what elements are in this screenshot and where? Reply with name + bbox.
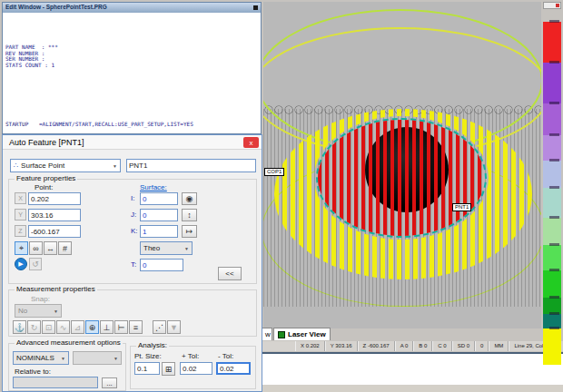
measurement-properties-legend: Measurement properties [15,285,97,293]
surface-label[interactable]: Surface: [140,183,167,191]
scale-segment [543,270,561,298]
level-button[interactable]: ⊥ [100,320,114,334]
point-label: Point: [35,183,53,191]
execute-button[interactable]: ▶ [15,258,27,270]
status-cell: C 0 [432,341,451,351]
nominals-dropdown[interactable]: NOMINALS ▼ [13,351,69,365]
edit-window-titlebar[interactable]: Edit Window - SpherePointTest.PRG [3,3,261,13]
t-label: T: [131,260,136,269]
axis-toggle-button[interactable]: X [15,192,26,204]
cop1-feature-label[interactable]: COP1 [264,168,284,176]
status-cell: B 0 [413,341,432,351]
secondary-dropdown: ▼ [73,351,122,365]
status-cell: SD 0 [452,341,475,351]
advanced-options-group: Advanced measurement options NOMINALS ▼ … [8,343,126,391]
chevron-down-icon: ▼ [51,309,61,314]
width-button[interactable]: ⊢ [114,320,128,334]
vector-input[interactable] [140,209,178,221]
flip-vector-icon: ↕ [187,211,192,220]
scale-segment [543,63,561,103]
vector-input[interactable] [140,225,178,238]
dialog-title: Auto Feature [PNT1] [9,138,84,147]
axis-toggle-button[interactable]: Z [15,225,26,237]
theo-dropdown[interactable]: Theo ▼ [140,241,193,255]
browse-button[interactable]: ... [102,377,117,388]
flip-vector-button[interactable]: ↕ [182,209,197,221]
chevron-down-icon: ▼ [111,356,121,361]
code-line: STARTUP =ALIGNMENT/START,RECALL:USE_PART… [5,122,261,128]
scale-segment [543,22,561,63]
vector-point-icon: ◉ [186,194,193,203]
binoculars-icon: ∞ [33,244,38,253]
header-line: STATS COUNT : 1 [5,63,261,69]
scale-segment [543,245,561,270]
scale-segment [543,218,561,245]
rotate-button[interactable]: ↻ [27,320,41,334]
scale-segment [543,135,561,161]
close-icon: x [250,139,253,147]
collapse-button[interactable]: << [218,267,242,280]
pnt1-feature-label[interactable]: PNT1 [452,203,471,211]
play-icon: ▶ [18,260,23,268]
copy-box-button[interactable]: ⊡ [42,320,55,334]
pick-point-button[interactable]: ⌖ [15,241,28,255]
color-scale-close-icon[interactable] [556,4,559,7]
axis-toggle-button[interactable]: Y [15,209,26,220]
feature-properties-group: Feature properties Point: Surface: X Y Z [8,179,257,284]
vector-point-button[interactable]: ◉ [182,192,197,205]
relative-to-input [13,377,98,388]
anchor-button[interactable]: ⚓ [13,320,26,334]
vector-input[interactable] [140,192,178,205]
grid-button[interactable]: # [58,241,72,255]
status-cell: Z -600.167 [358,341,395,351]
tab-laser-view[interactable]: Laser View [273,328,331,340]
histogram-icon: ≡ [133,323,138,332]
close-button[interactable]: x [243,137,259,148]
scan-path-button[interactable]: ⋰ [153,320,166,334]
target-button[interactable]: ⊕ [85,320,99,334]
scale-segment [543,188,561,218]
edit-window: Edit Window - SpherePointTest.PRG PART N… [2,2,262,134]
pick-size-button[interactable]: ⊞ [162,362,175,376]
status-cell: Y 303.16 [325,341,358,351]
red-scan-band [318,120,485,236]
curve-button[interactable]: ∿ [56,320,70,334]
color-scale-window [543,2,561,9]
point-toolbar: ⌖ ∞ ↔ # [15,241,72,255]
measurement-properties-group: Measurement properties Snap: No ▼ ⚓ ↻ ⊡ [8,289,257,337]
width-icon: ⊢ [118,323,125,332]
dialog-titlebar[interactable]: Auto Feature [PNT1] x [3,135,262,150]
minus-tol-input[interactable] [216,362,251,375]
feature-type-dropdown[interactable]: ∴ Surface Point ▼ [10,159,121,172]
read-point-button[interactable]: ∞ [29,241,43,255]
color-scale-titlebar [543,2,561,9]
edit-window-menu-icon[interactable] [253,5,258,10]
feature-name-input[interactable] [126,159,256,172]
pick-size-icon: ⊞ [165,365,173,374]
align-vector-button[interactable]: ↦ [182,225,197,238]
histogram-button[interactable]: ≡ [129,320,143,334]
graphics-view[interactable]: COP1 PNT1 [263,2,541,328]
filter-button[interactable]: ▼ [167,320,181,334]
measurement-toolbar-2: ⋰ ▼ [153,320,181,334]
chevron-down-icon: ▼ [58,356,68,361]
edit-window-title: Edit Window - SpherePointTest.PRG [5,4,107,10]
view-tabs: w Laser View [261,328,563,340]
pt-size-input[interactable] [134,362,160,375]
code-editor[interactable]: PART NAME : ***REV NUMBER :SER NUMBER :S… [3,13,261,133]
reset-icon: ↺ [32,260,39,269]
scale-segment [543,103,561,135]
analysis-group: Analysis: Pt. Size: + Tol: - Tol: ⊞ [130,346,256,389]
coordinate-input[interactable] [28,225,81,238]
t-input[interactable] [140,259,183,271]
analysis-legend: Analysis: [136,341,169,349]
reset-button[interactable]: ↺ [29,258,42,270]
plus-tol-input[interactable] [180,362,212,375]
chart-button[interactable]: ⊿ [71,320,84,334]
coordinate-input[interactable] [28,192,81,205]
status-bar: X 0.202Y 303.16Z -600.167A 0B 0C 0SD 00M… [261,341,563,351]
status-cell: MM [489,341,509,351]
coordinate-input[interactable] [28,209,81,221]
snap-dropdown: No ▼ [15,304,62,318]
offset-button[interactable]: ↔ [44,241,57,255]
